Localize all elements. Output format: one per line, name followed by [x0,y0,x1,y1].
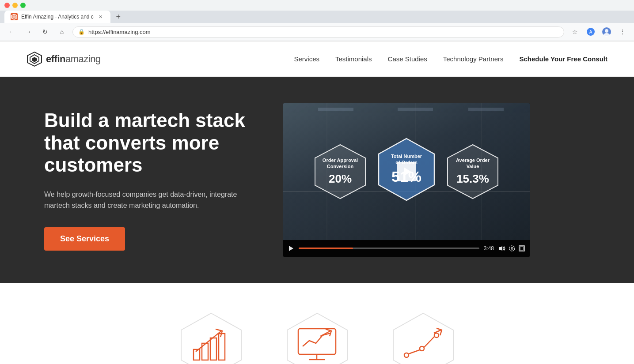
svg-point-23 [509,246,515,251]
home-btn[interactable]: ⌂ [56,26,68,38]
logo-amazing: amazing [65,53,101,64]
monitor-chart-item [282,310,353,364]
lock-icon: 🔒 [78,29,85,35]
maximize-window-btn[interactable] [20,3,26,8]
menu-btn[interactable]: ⋮ [616,26,629,38]
url-text: https://effinamazing.com [88,29,558,35]
browser-action-buttons: ☆ A ⋮ [569,26,629,38]
svg-marker-20 [289,246,293,251]
play-triangle-icon [404,167,411,176]
video-volume-btn[interactable] [498,245,505,251]
icons-section [0,283,634,364]
video-container[interactable]: Order ApprovalConversion 20% Total Numbe… [283,103,530,257]
logo-text: effinamazing [46,53,101,65]
svg-point-22 [511,248,513,249]
video-ctrl-right [498,245,525,251]
video-play-ctrl[interactable] [288,245,294,251]
svg-point-40 [434,333,439,338]
hero-content: Build a martech stack that converts more… [44,109,256,251]
window-controls [4,3,26,8]
url-bar[interactable]: 🔒 https://effinamazing.com [72,26,564,38]
tab-title: Effin Amazing - Analytics and c [21,14,94,20]
bar-chart-hex-bg [176,310,247,364]
hex-average-order: Average OrderValue 15.3% [444,143,501,200]
line-chart-item [388,310,459,364]
nav-technology-partners[interactable]: Technology Partners [443,55,504,63]
bar-chart-icon [191,327,231,363]
video-time: 3:48 [484,245,494,251]
avatar-btn[interactable] [600,26,613,38]
svg-line-41 [409,350,420,354]
bar-chart-item [176,310,247,364]
svg-marker-21 [499,246,502,251]
browser-chrome: Effin Amazing - Analytics and c ✕ + ← → … [0,0,634,41]
svg-marker-9 [32,57,37,62]
line-chart-icon [402,326,444,364]
hex1-value: 20% [329,172,352,186]
hero-subtitle: We help growth-focused companies get dat… [44,189,256,211]
profile-btn[interactable]: A [585,26,597,38]
back-btn[interactable]: ← [5,26,18,38]
tab-close-btn[interactable]: ✕ [97,13,104,20]
forward-btn[interactable]: → [22,26,34,38]
svg-point-38 [404,353,409,357]
bookmark-btn[interactable]: ☆ [569,26,581,38]
nav-testimonials[interactable]: Testimonials [335,55,372,63]
svg-line-43 [434,330,441,333]
video-frame: Order ApprovalConversion 20% Total Numbe… [283,103,530,240]
tab-favicon [11,13,18,20]
video-progress-fill [299,248,353,249]
video-controls: 3:48 [283,240,530,257]
svg-rect-25 [520,247,524,250]
svg-line-42 [424,337,434,347]
svg-text:A: A [589,30,592,34]
hero-title: Build a martech stack that converts more… [44,109,256,176]
site-header: effinamazing Services Testimonials Case … [0,41,634,77]
svg-rect-30 [219,334,225,360]
address-bar-row: ← → ↻ ⌂ 🔒 https://effinamazing.com ☆ A [0,23,634,41]
hex1-label: Order ApprovalConversion [323,158,358,169]
video-play-button[interactable] [397,162,416,181]
hex-order-approval: Order ApprovalConversion 20% [311,143,369,200]
hex3-value: 15.3% [456,172,489,186]
active-tab[interactable]: Effin Amazing - Analytics and c ✕ [4,11,110,23]
nav-services[interactable]: Services [294,55,319,63]
video-fullscreen-btn[interactable] [519,245,525,251]
site-wrapper: effinamazing Services Testimonials Case … [0,41,634,364]
logo[interactable]: effinamazing [27,51,101,67]
monitor-icon [296,326,338,364]
new-tab-btn[interactable]: + [112,11,125,23]
hero-section: Build a martech stack that converts more… [0,77,634,283]
logo-effin: effin [46,53,65,64]
site-nav: Services Testimonials Case Studies Techn… [294,55,607,63]
reload-btn[interactable]: ↻ [39,26,51,38]
see-services-button[interactable]: See Services [44,227,125,251]
svg-point-39 [420,346,424,351]
tab-bar: Effin Amazing - Analytics and c ✕ + [0,11,634,23]
video-progress-bar[interactable] [299,248,479,249]
line-chart-hex-bg [388,310,459,364]
minimize-window-btn[interactable] [12,3,18,8]
hex3-label: Average OrderValue [456,158,490,169]
video-settings-btn[interactable] [509,245,515,251]
svg-point-5 [605,29,608,33]
monitor-chart-hex-bg [282,310,353,364]
svg-marker-1 [12,15,16,19]
logo-icon [27,51,42,67]
browser-titlebar [0,0,634,11]
nav-case-studies[interactable]: Case Studies [388,55,427,63]
svg-point-6 [604,33,610,37]
nav-schedule[interactable]: Schedule Your Free Consult [520,55,607,63]
svg-rect-29 [210,338,216,360]
close-window-btn[interactable] [4,3,10,8]
